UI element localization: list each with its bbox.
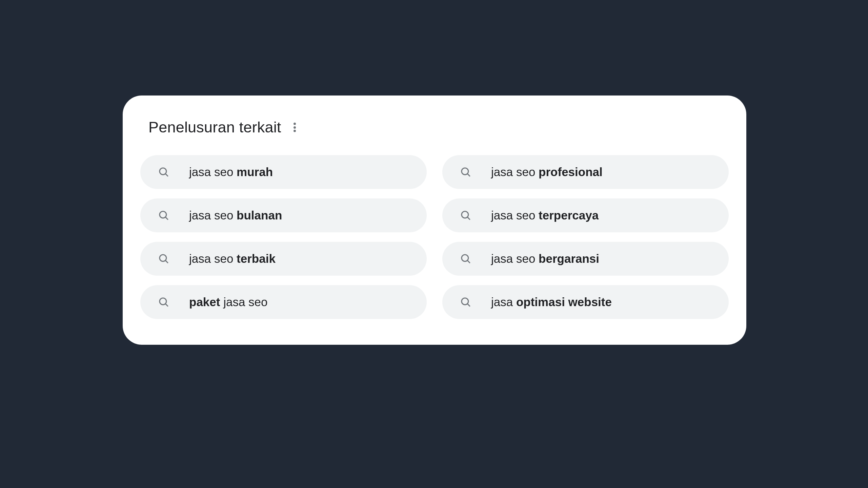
suggestions-grid: jasa seo murah jasa seo profesional jasa… xyxy=(140,155,729,319)
search-icon xyxy=(460,210,471,221)
card-title: Penelusuran terkait xyxy=(148,119,281,136)
svg-point-12 xyxy=(160,298,166,305)
suggestion-item[interactable]: jasa seo profesional xyxy=(442,155,729,189)
suggestion-label: jasa seo bulanan xyxy=(189,209,282,222)
svg-point-6 xyxy=(462,211,468,218)
search-icon xyxy=(460,296,471,308)
svg-point-8 xyxy=(160,255,166,261)
search-icon xyxy=(158,210,169,221)
svg-line-7 xyxy=(467,217,470,220)
suggestion-item[interactable]: jasa seo terpercaya xyxy=(442,198,729,232)
svg-line-5 xyxy=(165,217,168,220)
suggestion-label: jasa optimasi website xyxy=(491,295,612,309)
svg-line-15 xyxy=(467,304,470,306)
suggestion-item[interactable]: jasa seo bulanan xyxy=(140,198,427,232)
suggestion-item[interactable]: paket jasa seo xyxy=(140,285,427,319)
suggestion-item[interactable]: jasa optimasi website xyxy=(442,285,729,319)
suggestion-label: jasa seo terbaik xyxy=(189,252,276,266)
svg-point-14 xyxy=(462,298,468,305)
search-icon xyxy=(158,296,169,308)
search-icon xyxy=(158,166,169,178)
more-options-icon[interactable] xyxy=(294,123,296,132)
suggestion-label: jasa seo profesional xyxy=(491,165,603,179)
card-header: Penelusuran terkait xyxy=(140,119,729,136)
suggestion-item[interactable]: jasa seo terbaik xyxy=(140,242,427,276)
svg-point-0 xyxy=(160,168,166,175)
search-icon xyxy=(460,253,471,264)
suggestion-item[interactable]: jasa seo murah xyxy=(140,155,427,189)
svg-line-3 xyxy=(467,174,470,176)
svg-point-2 xyxy=(462,168,468,175)
svg-line-9 xyxy=(165,260,168,263)
search-icon xyxy=(158,253,169,264)
svg-point-10 xyxy=(462,255,468,261)
suggestion-item[interactable]: jasa seo bergaransi xyxy=(442,242,729,276)
suggestion-label: jasa seo terpercaya xyxy=(491,209,599,222)
suggestion-label: jasa seo murah xyxy=(189,165,273,179)
svg-line-1 xyxy=(165,174,168,176)
svg-point-4 xyxy=(160,211,166,218)
svg-line-11 xyxy=(467,260,470,263)
suggestion-label: jasa seo bergaransi xyxy=(491,252,599,266)
suggestion-label: paket jasa seo xyxy=(189,295,268,309)
related-searches-card: Penelusuran terkait jasa seo murah jasa … xyxy=(123,96,746,345)
svg-line-13 xyxy=(165,304,168,306)
search-icon xyxy=(460,166,471,178)
